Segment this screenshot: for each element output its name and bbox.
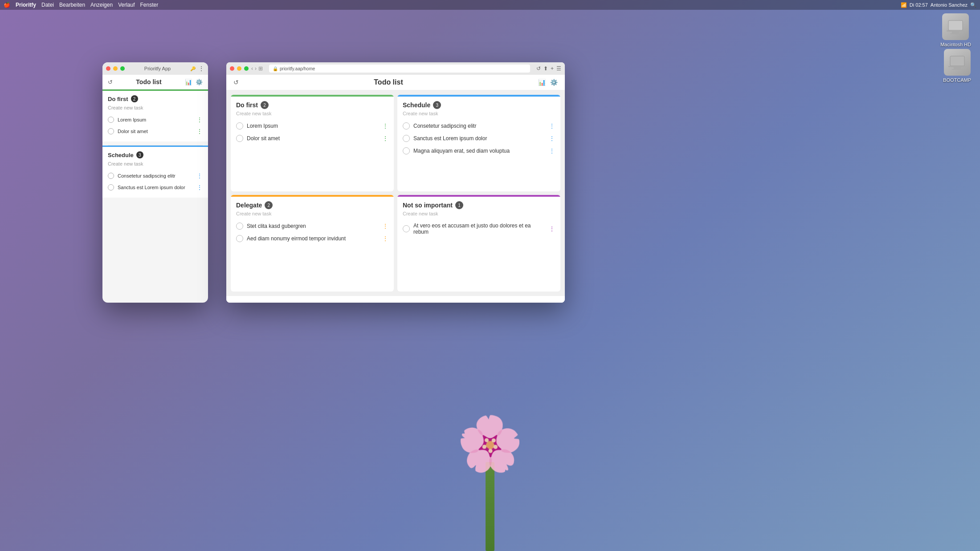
task-circle-del-1[interactable]: [236, 223, 243, 230]
task-text-do-2: Dolor sit amet: [247, 135, 379, 142]
tab-icon[interactable]: ⊞: [258, 65, 263, 72]
mobile-header-title: Todo list: [113, 78, 185, 85]
mobile-schedule-create[interactable]: Create new task: [108, 161, 203, 166]
task-dots-s1[interactable]: ⋮: [196, 172, 203, 179]
task-dots-s2[interactable]: ⋮: [196, 184, 203, 191]
chart-icon[interactable]: 📊: [538, 79, 546, 86]
browser-tl-yellow[interactable]: [237, 66, 241, 71]
svg-rect-3: [950, 33, 961, 34]
browser-tl-green[interactable]: [244, 66, 249, 71]
task-label-s2: Sanctus est Lorem ipsum dolor: [118, 185, 193, 190]
task-text-ni-1: At vero eos et accusam et justo duo dolo…: [413, 223, 545, 235]
mobile-settings-icon[interactable]: ⚙️: [196, 79, 203, 85]
browser-tl-red[interactable]: [230, 66, 234, 71]
back-button[interactable]: ‹: [251, 65, 253, 72]
url-bar[interactable]: 🔒 prioritfy.aap/home: [269, 65, 530, 73]
task-circle-sch-3[interactable]: [403, 147, 410, 154]
do-first-create-link[interactable]: Create new task: [236, 111, 388, 116]
forward-button[interactable]: ›: [255, 65, 257, 72]
task-circle-do-1[interactable]: [236, 122, 243, 130]
task-text-del-1: Stet clita kasd gubergren: [247, 223, 379, 229]
task-row-sch-1: Consetetur sadipscing elitr ⋮: [403, 120, 555, 132]
task-circle-ni-1[interactable]: [403, 225, 410, 232]
task-menu-ni-1[interactable]: ⋮: [549, 225, 555, 232]
quadrant-delegate: Delegate 2 Create new task Stet clita ka…: [231, 195, 394, 292]
refresh-icon[interactable]: ↺: [536, 65, 541, 72]
schedule-create-link[interactable]: Create new task: [403, 111, 555, 116]
mobile-chart-icon[interactable]: 📊: [185, 79, 192, 85]
task-menu-sch-3[interactable]: ⋮: [549, 147, 555, 154]
task-menu-del-1[interactable]: ⋮: [382, 223, 388, 230]
add-tab-icon[interactable]: +: [551, 65, 554, 72]
svg-rect-5: [948, 66, 966, 67]
mobile-schedule-task-2: Sanctus est Lorem ipsum dolor ⋮: [108, 182, 203, 193]
task-dots-1[interactable]: ⋮: [196, 116, 203, 123]
do-first-title: Do first: [236, 101, 258, 109]
mobile-task-item: Lorem Ipsum ⋮: [108, 114, 203, 126]
quadrant-not-important: Not so important 1 Create new task At ve…: [397, 195, 560, 292]
mobile-do-first-header: Do first 2: [108, 95, 203, 102]
traffic-light-red[interactable]: [106, 66, 110, 71]
menu-datei[interactable]: Datei: [41, 2, 54, 8]
menu-verlauf[interactable]: Verlauf: [118, 2, 135, 8]
traffic-light-yellow[interactable]: [113, 66, 118, 71]
quadrant-do-first: Do first 2 Create new task Lorem Ipsum ⋮…: [231, 95, 394, 191]
sidebar-toggle-icon[interactable]: ☰: [556, 65, 561, 72]
browser-titlebar: ‹ › ⊞ 🔒 prioritfy.aap/home ↺ ⬆ + ☰: [226, 62, 565, 75]
menu-fenster[interactable]: Fenster: [140, 2, 158, 8]
task-menu-do-2[interactable]: ⋮: [382, 135, 388, 142]
task-row-do-2: Dolor sit amet ⋮: [236, 132, 388, 145]
browser-nav: ‹ › ⊞: [251, 65, 263, 72]
task-label-1: Lorem Ipsum: [118, 117, 193, 122]
task-text-sch-2: Sanctus est Lorem ipsum dolor: [413, 135, 545, 142]
mobile-schedule-title: Schedule: [108, 152, 134, 158]
task-circle-do-2[interactable]: [236, 135, 243, 142]
mobile-schedule-task-1: Consetetur sadipscing elitr ⋮: [108, 170, 203, 182]
macintosh-label: Macintosh HD: [940, 42, 971, 47]
browser-app-actions: 📊 ⚙️: [538, 79, 558, 86]
browser-refresh-icon[interactable]: ↺: [233, 79, 239, 86]
not-important-create-link[interactable]: Create new task: [403, 211, 555, 216]
task-circle-del-2[interactable]: [236, 235, 243, 242]
traffic-light-green[interactable]: [120, 66, 125, 71]
menu-bearbeiten[interactable]: Bearbeiten: [59, 2, 85, 8]
task-menu-do-1[interactable]: ⋮: [382, 122, 388, 130]
not-important-title-row: Not so important 1: [403, 201, 555, 209]
plant-stem: [486, 462, 494, 551]
mobile-refresh-icon[interactable]: ↺: [108, 79, 113, 85]
task-checkbox-1[interactable]: [108, 117, 114, 123]
desktop-icon-bootcamp[interactable]: BOOTCAMP: [943, 49, 971, 83]
do-first-badge: 2: [261, 101, 269, 109]
apple-icon[interactable]: 🍎: [4, 2, 10, 8]
task-menu-sch-1[interactable]: ⋮: [549, 122, 555, 130]
desktop-icon-macintosh[interactable]: Macintosh HD: [940, 13, 971, 47]
mobile-do-first-create[interactable]: Create new task: [108, 105, 203, 110]
delegate-title: Delegate: [236, 202, 262, 209]
delegate-create-link[interactable]: Create new task: [236, 211, 388, 216]
task-checkbox-s1[interactable]: [108, 173, 114, 179]
task-menu-del-2[interactable]: ⋮: [382, 235, 388, 242]
task-row-sch-2: Sanctus est Lorem ipsum dolor ⋮: [403, 132, 555, 145]
task-checkbox-2[interactable]: [108, 128, 114, 134]
do-first-content: Do first 2 Create new task Lorem Ipsum ⋮…: [231, 97, 394, 191]
task-row-do-1: Lorem Ipsum ⋮: [236, 120, 388, 132]
share-icon[interactable]: ⬆: [543, 65, 548, 72]
task-circle-sch-1[interactable]: [403, 122, 410, 130]
task-menu-sch-2[interactable]: ⋮: [549, 135, 555, 142]
browser-app-header: ↺ Todo list 📊 ⚙️: [226, 75, 565, 90]
svg-rect-4: [950, 56, 964, 66]
schedule-title: Schedule: [403, 101, 430, 109]
search-icon[interactable]: 🔍: [970, 2, 976, 8]
more-icon[interactable]: ⋮: [198, 65, 204, 72]
bootcamp-icon: [944, 49, 971, 76]
settings-icon[interactable]: ⚙️: [550, 79, 558, 86]
task-circle-sch-2[interactable]: [403, 135, 410, 142]
quadrant-schedule: Schedule 3 Create new task Consetetur sa…: [397, 95, 560, 191]
app-name[interactable]: Prioritfy: [16, 2, 36, 8]
menu-anzeigen[interactable]: Anzeigen: [90, 2, 113, 8]
mobile-do-first-section: Do first 2 Create new task Lorem Ipsum ⋮…: [102, 91, 208, 142]
task-dots-2[interactable]: ⋮: [196, 128, 203, 135]
task-checkbox-s2[interactable]: [108, 184, 114, 190]
flower-decoration: 🌸: [457, 413, 523, 551]
mobile-app-header: ↺ Todo list 📊 ⚙️: [102, 75, 208, 89]
